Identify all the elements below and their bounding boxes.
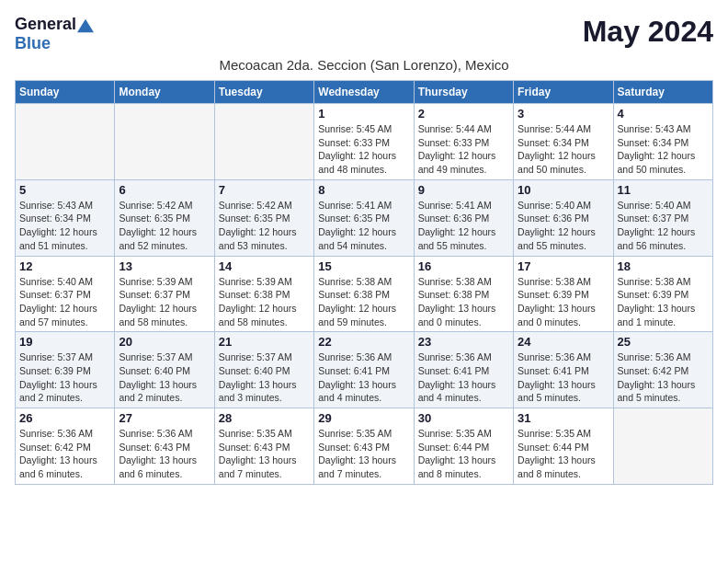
calendar-cell [16, 104, 115, 180]
day-info: Sunrise: 5:36 AMSunset: 6:42 PMDaylight:… [19, 427, 110, 481]
calendar-cell: 5Sunrise: 5:43 AMSunset: 6:34 PMDaylight… [16, 179, 115, 256]
day-number: 2 [418, 107, 509, 121]
calendar-cell: 22Sunrise: 5:36 AMSunset: 6:41 PMDayligh… [314, 332, 414, 408]
day-number: 23 [418, 335, 509, 349]
calendar-cell: 29Sunrise: 5:35 AMSunset: 6:43 PMDayligh… [314, 408, 414, 485]
day-number: 5 [19, 183, 110, 197]
day-info: Sunrise: 5:36 AMSunset: 6:43 PMDaylight:… [119, 427, 210, 481]
weekday-header-friday: Friday [514, 81, 613, 104]
day-info: Sunrise: 5:35 AMSunset: 6:43 PMDaylight:… [219, 427, 310, 481]
calendar-cell: 27Sunrise: 5:36 AMSunset: 6:43 PMDayligh… [115, 408, 214, 485]
calendar-cell: 2Sunrise: 5:44 AMSunset: 6:33 PMDaylight… [414, 104, 513, 180]
calendar-week-row: 19Sunrise: 5:37 AMSunset: 6:39 PMDayligh… [16, 332, 713, 408]
weekday-header-sunday: Sunday [16, 81, 115, 104]
day-info: Sunrise: 5:37 AMSunset: 6:40 PMDaylight:… [219, 350, 310, 405]
day-info: Sunrise: 5:43 AMSunset: 6:34 PMDaylight:… [19, 199, 110, 253]
calendar-week-row: 12Sunrise: 5:40 AMSunset: 6:37 PMDayligh… [16, 256, 713, 332]
logo-text: General [15, 15, 94, 34]
calendar-cell: 21Sunrise: 5:37 AMSunset: 6:40 PMDayligh… [214, 332, 313, 408]
day-info: Sunrise: 5:35 AMSunset: 6:44 PMDaylight:… [418, 427, 509, 481]
day-number: 22 [318, 335, 409, 349]
day-number: 10 [518, 183, 609, 197]
day-info: Sunrise: 5:40 AMSunset: 6:36 PMDaylight:… [518, 199, 609, 253]
month-title: May 2024 [583, 15, 713, 49]
day-number: 1 [318, 107, 409, 121]
logo-general: General [15, 15, 76, 33]
day-number: 31 [518, 411, 609, 425]
day-number: 3 [518, 107, 609, 121]
page-header: General Blue May 2024 [15, 15, 713, 53]
calendar-cell: 30Sunrise: 5:35 AMSunset: 6:44 PMDayligh… [414, 408, 513, 485]
calendar-cell: 19Sunrise: 5:37 AMSunset: 6:39 PMDayligh… [16, 332, 115, 408]
day-info: Sunrise: 5:38 AMSunset: 6:38 PMDaylight:… [418, 275, 509, 329]
calendar-cell: 9Sunrise: 5:41 AMSunset: 6:36 PMDaylight… [414, 179, 513, 256]
calendar-cell: 10Sunrise: 5:40 AMSunset: 6:36 PMDayligh… [514, 179, 613, 256]
day-info: Sunrise: 5:39 AMSunset: 6:37 PMDaylight:… [119, 275, 210, 329]
day-number: 25 [618, 335, 709, 349]
day-info: Sunrise: 5:36 AMSunset: 6:41 PMDaylight:… [318, 350, 409, 405]
day-number: 12 [19, 259, 110, 273]
day-info: Sunrise: 5:44 AMSunset: 6:34 PMDaylight:… [518, 122, 609, 177]
day-number: 16 [418, 259, 509, 273]
calendar-cell: 4Sunrise: 5:43 AMSunset: 6:34 PMDaylight… [613, 104, 712, 180]
day-number: 27 [119, 411, 210, 425]
calendar-cell [214, 104, 313, 180]
day-info: Sunrise: 5:35 AMSunset: 6:44 PMDaylight:… [518, 427, 609, 481]
calendar-week-row: 26Sunrise: 5:36 AMSunset: 6:42 PMDayligh… [16, 408, 713, 485]
day-number: 7 [219, 183, 310, 197]
day-info: Sunrise: 5:36 AMSunset: 6:42 PMDaylight:… [618, 350, 709, 405]
calendar-week-row: 1Sunrise: 5:45 AMSunset: 6:33 PMDaylight… [16, 104, 713, 180]
day-info: Sunrise: 5:45 AMSunset: 6:33 PMDaylight:… [318, 122, 409, 177]
day-number: 18 [618, 259, 709, 273]
svg-marker-0 [77, 19, 94, 32]
calendar-cell [115, 104, 214, 180]
day-info: Sunrise: 5:41 AMSunset: 6:36 PMDaylight:… [418, 199, 509, 253]
calendar-cell: 16Sunrise: 5:38 AMSunset: 6:38 PMDayligh… [414, 256, 513, 332]
calendar-cell: 25Sunrise: 5:36 AMSunset: 6:42 PMDayligh… [613, 332, 712, 408]
calendar-cell: 6Sunrise: 5:42 AMSunset: 6:35 PMDaylight… [115, 179, 214, 256]
day-info: Sunrise: 5:36 AMSunset: 6:41 PMDaylight:… [518, 350, 609, 405]
weekday-header-thursday: Thursday [414, 81, 513, 104]
day-info: Sunrise: 5:41 AMSunset: 6:35 PMDaylight:… [318, 199, 409, 253]
day-info: Sunrise: 5:39 AMSunset: 6:38 PMDaylight:… [219, 275, 310, 329]
day-number: 20 [119, 335, 210, 349]
day-number: 6 [119, 183, 210, 197]
calendar-cell: 12Sunrise: 5:40 AMSunset: 6:37 PMDayligh… [16, 256, 115, 332]
day-number: 13 [119, 259, 210, 273]
day-number: 4 [618, 107, 709, 121]
logo-icon [77, 17, 94, 34]
calendar-cell: 11Sunrise: 5:40 AMSunset: 6:37 PMDayligh… [613, 179, 712, 256]
day-number: 26 [19, 411, 110, 425]
calendar-cell [613, 408, 712, 485]
calendar-cell: 15Sunrise: 5:38 AMSunset: 6:38 PMDayligh… [314, 256, 414, 332]
calendar-cell: 20Sunrise: 5:37 AMSunset: 6:40 PMDayligh… [115, 332, 214, 408]
day-number: 11 [618, 183, 709, 197]
weekday-header-monday: Monday [115, 81, 214, 104]
day-number: 19 [19, 335, 110, 349]
day-info: Sunrise: 5:42 AMSunset: 6:35 PMDaylight:… [219, 199, 310, 253]
calendar-cell: 28Sunrise: 5:35 AMSunset: 6:43 PMDayligh… [214, 408, 313, 485]
calendar-table: SundayMondayTuesdayWednesdayThursdayFrid… [15, 80, 713, 485]
day-number: 8 [318, 183, 409, 197]
calendar-cell: 23Sunrise: 5:36 AMSunset: 6:41 PMDayligh… [414, 332, 513, 408]
weekday-header-row: SundayMondayTuesdayWednesdayThursdayFrid… [16, 81, 713, 104]
day-info: Sunrise: 5:37 AMSunset: 6:40 PMDaylight:… [119, 350, 210, 405]
day-info: Sunrise: 5:40 AMSunset: 6:37 PMDaylight:… [19, 275, 110, 329]
day-info: Sunrise: 5:37 AMSunset: 6:39 PMDaylight:… [19, 350, 110, 405]
day-number: 21 [219, 335, 310, 349]
calendar-cell: 7Sunrise: 5:42 AMSunset: 6:35 PMDaylight… [214, 179, 313, 256]
day-info: Sunrise: 5:40 AMSunset: 6:37 PMDaylight:… [618, 199, 709, 253]
calendar-cell: 14Sunrise: 5:39 AMSunset: 6:38 PMDayligh… [214, 256, 313, 332]
calendar-cell: 13Sunrise: 5:39 AMSunset: 6:37 PMDayligh… [115, 256, 214, 332]
day-info: Sunrise: 5:44 AMSunset: 6:33 PMDaylight:… [418, 122, 509, 177]
calendar-week-row: 5Sunrise: 5:43 AMSunset: 6:34 PMDaylight… [16, 179, 713, 256]
weekday-header-wednesday: Wednesday [314, 81, 414, 104]
calendar-cell: 26Sunrise: 5:36 AMSunset: 6:42 PMDayligh… [16, 408, 115, 485]
day-number: 9 [418, 183, 509, 197]
day-info: Sunrise: 5:38 AMSunset: 6:39 PMDaylight:… [618, 275, 709, 329]
day-info: Sunrise: 5:38 AMSunset: 6:38 PMDaylight:… [318, 275, 409, 329]
day-info: Sunrise: 5:35 AMSunset: 6:43 PMDaylight:… [318, 427, 409, 481]
calendar-cell: 24Sunrise: 5:36 AMSunset: 6:41 PMDayligh… [514, 332, 613, 408]
calendar-cell: 8Sunrise: 5:41 AMSunset: 6:35 PMDaylight… [314, 179, 414, 256]
calendar-cell: 18Sunrise: 5:38 AMSunset: 6:39 PMDayligh… [613, 256, 712, 332]
